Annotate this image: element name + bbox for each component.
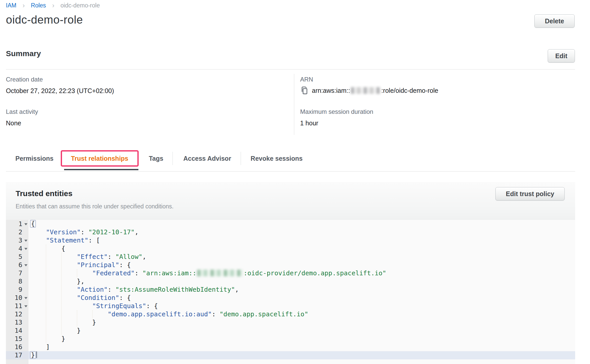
editor-code-area[interactable]: { "Version": "2012-10-17", "Statement": …	[28, 220, 575, 364]
divider	[6, 171, 575, 171]
json-key: "Action"	[77, 286, 108, 293]
json-punctuation: {	[61, 245, 65, 252]
divider	[6, 69, 575, 69]
json-punctuation: }	[30, 351, 36, 359]
tab-trust-relationships[interactable]: Trust relationships	[71, 155, 128, 162]
creation-date-label: Creation date	[6, 76, 43, 83]
trusted-entities-heading: Trusted entities	[16, 189, 73, 198]
fold-toggle-icon[interactable]	[24, 223, 27, 225]
json-string: "2012-10-17"	[88, 228, 135, 236]
code-line-13: }	[28, 318, 575, 327]
gutter-line-15: 15	[6, 335, 28, 343]
json-key: "Effect"	[77, 253, 108, 260]
json-string: "demo.app.spacelift.io"	[220, 310, 308, 318]
json-punctuation: ]	[46, 343, 50, 351]
json-punctuation: ,	[135, 228, 138, 236]
json-punctuation: ,	[235, 286, 239, 293]
breadcrumb: IAM › Roles › oidc-demo-role	[6, 2, 100, 9]
json-key: "Principal"	[77, 261, 119, 269]
arn-value: arn:aws:iam:::role/oidc-demo-role	[300, 86, 438, 95]
code-line-2: "Version": "2012-10-17",	[28, 228, 575, 236]
json-punctuation: :	[212, 310, 219, 318]
json-punctuation: ,	[143, 253, 146, 260]
gutter-line-3: 3	[6, 236, 28, 245]
trusted-entities-header: Trusted entities Entities that can assum…	[6, 182, 575, 220]
gutter-line-2: 2	[6, 228, 28, 236]
tab-tags[interactable]: Tags	[149, 155, 164, 162]
json-punctuation: },	[77, 278, 85, 285]
editor-gutter: 1234567891011121314151617	[6, 220, 28, 364]
gutter-line-11: 11	[6, 302, 28, 310]
chevron-right-icon: ›	[52, 2, 54, 9]
json-punctuation: {	[30, 220, 36, 228]
delete-button[interactable]: Delete	[534, 14, 575, 28]
json-key: "demo.app.spacelift.io:aud"	[108, 310, 212, 318]
json-key: "Statement"	[46, 237, 88, 244]
code-line-7: "Federated": "arn:aws:iam:::oidc-provide…	[28, 269, 575, 277]
json-punctuation: : {	[146, 302, 158, 310]
gutter-line-10: 10	[6, 294, 28, 302]
gutter-line-8: 8	[6, 277, 28, 286]
page-title: oidc-demo-role	[6, 13, 83, 26]
breadcrumb-link-iam[interactable]: IAM	[6, 2, 16, 9]
trusted-entities-description: Entities that can assume this role under…	[16, 203, 174, 210]
json-punctuation: }	[77, 327, 81, 334]
tabs-row: PermissionsTrust relationshipsTagsAccess…	[0, 149, 590, 168]
code-line-15: }	[28, 335, 575, 343]
trusted-entities-panel: Trusted entities Entities that can assum…	[6, 182, 575, 364]
json-punctuation: }	[92, 319, 96, 326]
json-string: "sts:AssumeRoleWithWebIdentity"	[115, 286, 235, 293]
edit-button[interactable]: Edit	[548, 49, 575, 63]
code-line-6: "Principal": {	[28, 261, 575, 269]
copy-icon[interactable]	[300, 86, 308, 95]
breadcrumb-link-roles[interactable]: Roles	[31, 2, 46, 9]
annotation-highlight-box: Trust relationships	[61, 150, 139, 167]
code-line-12: "demo.app.spacelift.io:aud": "demo.app.s…	[28, 310, 575, 318]
json-punctuation: :	[135, 269, 142, 277]
code-line-10: "Condition": {	[28, 294, 575, 302]
gutter-line-17: 17	[6, 351, 28, 359]
fold-toggle-icon[interactable]	[24, 297, 27, 299]
edit-trust-policy-button[interactable]: Edit trust policy	[495, 187, 565, 200]
gutter-line-9: 9	[6, 286, 28, 294]
gutter-line-13: 13	[6, 318, 28, 327]
gutter-line-16: 16	[6, 343, 28, 351]
fold-toggle-icon[interactable]	[24, 240, 27, 242]
chevron-right-icon: ›	[23, 2, 25, 9]
json-punctuation: : {	[119, 261, 131, 269]
code-line-4: {	[28, 245, 575, 253]
redacted-account-id	[351, 87, 381, 94]
text-cursor	[36, 351, 37, 358]
tab-separator	[241, 152, 241, 165]
tab-access-advisor[interactable]: Access Advisor	[183, 155, 231, 162]
last-activity-value: None	[6, 119, 21, 127]
code-line-3: "Statement": [	[28, 236, 575, 245]
gutter-line-7: 7	[6, 269, 28, 277]
gutter-line-12: 12	[6, 310, 28, 318]
summary-column-divider	[294, 74, 294, 135]
code-line-17: }	[28, 351, 575, 359]
fold-toggle-icon[interactable]	[24, 305, 27, 307]
trust-policy-editor[interactable]: 1234567891011121314151617 { "Version": "…	[6, 220, 575, 364]
fold-toggle-icon[interactable]	[24, 264, 27, 266]
breadcrumb-current: oidc-demo-role	[60, 2, 100, 9]
json-string: "Allow"	[115, 253, 142, 260]
summary-heading: Summary	[6, 49, 41, 58]
tab-permissions[interactable]: Permissions	[15, 155, 54, 162]
tab-revoke-sessions[interactable]: Revoke sessions	[251, 155, 303, 162]
redacted-account-id	[197, 270, 243, 276]
arn-text: arn:aws:iam:::role/oidc-demo-role	[312, 87, 438, 94]
active-tab-underline	[64, 169, 138, 170]
json-string: "arn:aws:iam::	[143, 269, 197, 277]
json-key: "Federated"	[92, 269, 135, 277]
code-line-1: {	[28, 220, 575, 228]
code-line-8: },	[28, 277, 575, 286]
code-line-14: }	[28, 327, 575, 335]
json-punctuation: }	[61, 335, 65, 342]
gutter-line-5: 5	[6, 253, 28, 261]
gutter-line-6: 6	[6, 261, 28, 269]
code-line-16: ]	[28, 343, 575, 351]
json-punctuation: :	[108, 286, 115, 293]
code-line-11: "StringEquals": {	[28, 302, 575, 310]
fold-toggle-icon[interactable]	[24, 248, 27, 250]
